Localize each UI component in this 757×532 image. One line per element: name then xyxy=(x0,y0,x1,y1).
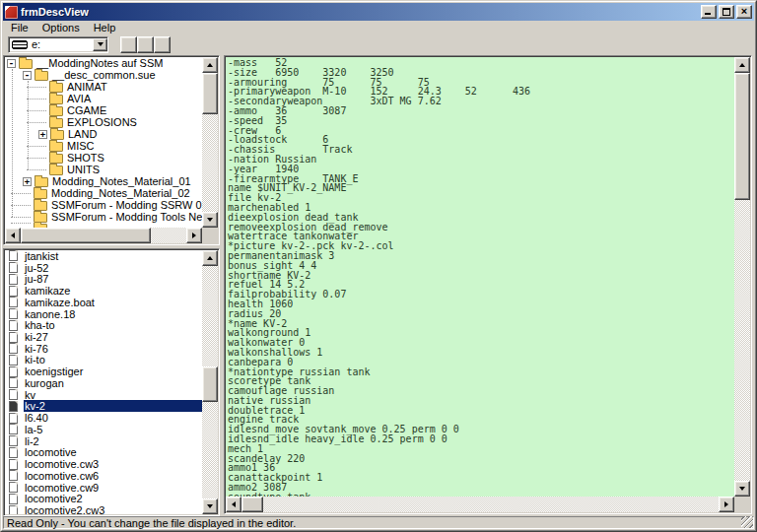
scroll-left-button[interactable] xyxy=(5,228,21,243)
tree-item-label: Modding_Notes_Material_02 xyxy=(51,187,190,199)
tree-connector xyxy=(11,217,31,218)
title-bar[interactable]: frmDescView × xyxy=(3,3,754,21)
list-item[interactable]: kv xyxy=(5,389,202,401)
scrollbar-thumb[interactable] xyxy=(241,497,263,512)
tree-connector xyxy=(27,99,46,100)
tree-item[interactable]: ANIMAT xyxy=(5,81,202,93)
list-vertical-scrollbar[interactable] xyxy=(202,250,218,514)
list-item[interactable]: locomotive2.cw3 xyxy=(5,504,202,514)
list-item[interactable]: kha-to xyxy=(5,319,202,331)
list-item[interactable]: locomotive.cw9 xyxy=(5,482,202,494)
drive-combo[interactable]: e: xyxy=(8,36,108,53)
list-item[interactable]: la-5 xyxy=(5,424,202,435)
list-item-label: ki-27 xyxy=(24,331,51,343)
list-item[interactable]: koenigstiger xyxy=(5,366,202,377)
close-button[interactable]: × xyxy=(736,5,752,19)
tree-item[interactable]: MISC xyxy=(5,140,202,152)
menu-options[interactable]: Options xyxy=(35,21,87,35)
close-icon: × xyxy=(741,5,747,17)
scroll-right-button[interactable] xyxy=(719,497,734,512)
toolbar-button-1[interactable] xyxy=(120,36,137,53)
folder-icon xyxy=(49,95,63,104)
status-bar: Read Only - You can't change the file di… xyxy=(3,516,754,529)
document-icon xyxy=(9,320,18,331)
list-item-label: ju-52 xyxy=(24,262,51,274)
scroll-down-button[interactable] xyxy=(734,481,750,497)
resize-grip[interactable] xyxy=(741,516,753,528)
list-item-label: li-2 xyxy=(24,435,42,447)
scroll-up-button[interactable] xyxy=(734,57,750,73)
tree-item[interactable]: EXPLOSIONS xyxy=(5,116,202,128)
scroll-left-button[interactable] xyxy=(226,497,241,512)
toolbar-button-2[interactable] xyxy=(137,36,154,53)
list-item[interactable]: jtankist xyxy=(5,250,202,262)
minimize-button[interactable] xyxy=(701,5,717,19)
list-item[interactable]: ju-87 xyxy=(5,273,202,285)
list-item[interactable]: locomotive xyxy=(5,446,202,458)
tree-item[interactable]: SHOTS xyxy=(5,152,202,164)
scrollbar-thumb[interactable] xyxy=(202,73,218,114)
arrow-left-icon xyxy=(232,501,236,507)
document-icon xyxy=(9,332,18,343)
document-icon xyxy=(9,297,18,307)
tree-expand-plus-icon[interactable]: + xyxy=(38,130,47,139)
scroll-right-button[interactable] xyxy=(186,228,202,243)
tree-item[interactable]: CGAME xyxy=(5,104,202,116)
tree-item[interactable]: +LAND xyxy=(5,128,202,140)
tree-item[interactable]: SSMForum - Modding SSRW 01-Dateien xyxy=(5,199,202,211)
tree-item[interactable]: SSMForum - Modding Tools Neuanfang 01-Da xyxy=(5,211,202,223)
tree-item-label: SSMForum - Modding Tools Neuanfang 01-Da xyxy=(51,211,202,223)
menu-file[interactable]: File xyxy=(4,21,35,35)
menu-help[interactable]: Help xyxy=(87,21,123,35)
list-item[interactable]: kamikaze xyxy=(5,285,202,297)
drive-icon xyxy=(12,40,28,49)
list-item[interactable]: kamikaze.boat xyxy=(5,297,202,308)
list-item[interactable]: ki-to xyxy=(5,355,202,366)
list-item[interactable]: ki-76 xyxy=(5,343,202,355)
list-item[interactable]: locomotive2 xyxy=(5,493,202,504)
maximize-button[interactable] xyxy=(719,5,734,19)
tree-item[interactable]: Modding_Notes_Material_02 xyxy=(5,187,202,199)
list-item-label: locomotive.cw6 xyxy=(24,470,102,482)
minimize-icon xyxy=(705,13,711,15)
scroll-down-button[interactable] xyxy=(202,499,218,514)
tree-item-label: ANIMAT xyxy=(67,81,107,93)
list-item[interactable]: kanone.18 xyxy=(5,308,202,320)
toolbar-button-3[interactable] xyxy=(154,36,171,53)
arrow-left-icon xyxy=(11,233,15,238)
tree-expand-plus-icon[interactable]: + xyxy=(23,177,32,186)
list-item[interactable]: ju-52 xyxy=(5,262,202,274)
tree-item-label: __ModdingNotes auf SSM xyxy=(36,57,163,69)
scrollbar-thumb[interactable] xyxy=(21,228,151,243)
list-item[interactable]: kv-2 xyxy=(5,401,202,413)
editor-horizontal-scrollbar[interactable] xyxy=(226,497,734,512)
tree-item[interactable]: -__desc_common.sue xyxy=(5,69,202,81)
tree-item-label: AVIA xyxy=(67,93,91,104)
list-item[interactable]: l6.40 xyxy=(5,412,202,424)
drive-combo-dropdown-button[interactable] xyxy=(93,38,107,51)
toolbar: e: xyxy=(3,35,754,53)
tree-item-label: SSMForum - Modding SSRW 01-Dateien xyxy=(51,199,202,211)
list-item[interactable]: ki-27 xyxy=(5,331,202,343)
editor-text[interactable]: -mass 52 -size 6950 3320 3250 -armouring… xyxy=(226,57,734,497)
list-item[interactable]: locomotive.cw6 xyxy=(5,470,202,482)
scrollbar-thumb[interactable] xyxy=(734,73,750,200)
list-item[interactable]: kurogan xyxy=(5,377,202,389)
scrollbar-thumb[interactable] xyxy=(202,366,218,402)
tree-item[interactable]: -__ModdingNotes auf SSM xyxy=(5,57,202,69)
tree-expand-minus-icon[interactable]: - xyxy=(23,71,32,80)
editor-vertical-scrollbar[interactable] xyxy=(734,57,750,497)
tree-expand-minus-icon[interactable]: - xyxy=(7,59,16,68)
list-item[interactable]: locomotive.cw3 xyxy=(5,458,202,470)
document-icon xyxy=(9,482,18,493)
tree-horizontal-scrollbar[interactable] xyxy=(5,228,202,243)
scroll-down-button[interactable] xyxy=(202,212,218,228)
scroll-up-button[interactable] xyxy=(202,57,218,73)
tree-item[interactable]: UNITS xyxy=(5,164,202,175)
scroll-up-button[interactable] xyxy=(202,250,218,266)
folder-icon xyxy=(34,201,47,211)
list-item[interactable]: li-2 xyxy=(5,435,202,447)
tree-vertical-scrollbar[interactable] xyxy=(202,57,218,228)
tree-item[interactable]: +Modding_Notes_Material_01 xyxy=(5,175,202,187)
tree-item[interactable]: AVIA xyxy=(5,93,202,104)
